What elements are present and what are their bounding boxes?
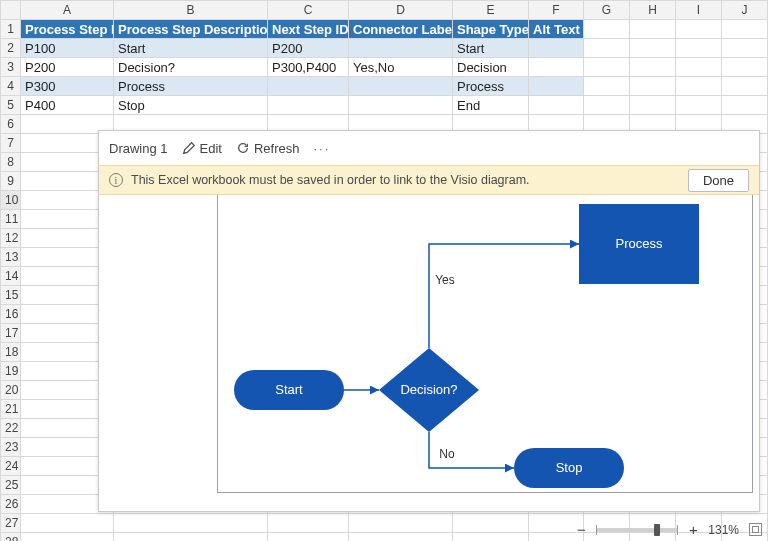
cell-C28[interactable] <box>268 533 349 542</box>
cell-E4[interactable]: Process <box>453 77 529 96</box>
cell-C3[interactable]: P300,P400 <box>268 58 349 77</box>
cell-I3[interactable] <box>676 58 722 77</box>
cell-G5[interactable] <box>584 96 630 115</box>
cell-H1[interactable] <box>630 20 676 39</box>
cell-D28[interactable] <box>349 533 453 542</box>
column-header-D[interactable]: D <box>349 1 453 20</box>
row-header-19[interactable]: 19 <box>1 362 21 381</box>
row-header-4[interactable]: 4 <box>1 77 21 96</box>
zoom-in-button[interactable]: + <box>688 522 698 537</box>
row-header-7[interactable]: 7 <box>1 134 21 153</box>
column-header-F[interactable]: F <box>529 1 584 20</box>
row-header-14[interactable]: 14 <box>1 267 21 286</box>
row-header-27[interactable]: 27 <box>1 514 21 533</box>
cell-E5[interactable]: End <box>453 96 529 115</box>
cell-J3[interactable] <box>722 58 768 77</box>
row-header-16[interactable]: 16 <box>1 305 21 324</box>
cell-F4[interactable] <box>529 77 584 96</box>
cell-B2[interactable]: Start <box>114 39 268 58</box>
row-header-13[interactable]: 13 <box>1 248 21 267</box>
row-header-17[interactable]: 17 <box>1 324 21 343</box>
cell-C27[interactable] <box>268 514 349 533</box>
cell-E27[interactable] <box>453 514 529 533</box>
zoom-slider-thumb[interactable] <box>654 524 660 536</box>
cell-D27[interactable] <box>349 514 453 533</box>
row-header-20[interactable]: 20 <box>1 381 21 400</box>
column-header-B[interactable]: B <box>114 1 268 20</box>
edit-button[interactable]: Edit <box>182 141 222 156</box>
cell-H4[interactable] <box>630 77 676 96</box>
cell-B4[interactable]: Process <box>114 77 268 96</box>
column-header-E[interactable]: E <box>453 1 529 20</box>
row-header-3[interactable]: 3 <box>1 58 21 77</box>
cell-C4[interactable] <box>268 77 349 96</box>
cell-D2[interactable] <box>349 39 453 58</box>
row-header-5[interactable]: 5 <box>1 96 21 115</box>
cell-I5[interactable] <box>676 96 722 115</box>
cell-A3[interactable]: P200 <box>21 58 114 77</box>
cell-F27[interactable] <box>529 514 584 533</box>
cell-F28[interactable] <box>529 533 584 542</box>
more-button[interactable]: ··· <box>313 141 330 156</box>
cell-J1[interactable] <box>722 20 768 39</box>
column-header-I[interactable]: I <box>676 1 722 20</box>
cell-D3[interactable]: Yes,No <box>349 58 453 77</box>
cell-F1[interactable]: Alt Text <box>529 20 584 39</box>
cell-G4[interactable] <box>584 77 630 96</box>
row-header-22[interactable]: 22 <box>1 419 21 438</box>
refresh-button[interactable]: Refresh <box>236 141 300 156</box>
cell-F2[interactable] <box>529 39 584 58</box>
column-header-C[interactable]: C <box>268 1 349 20</box>
column-header-J[interactable]: J <box>722 1 768 20</box>
row-header-23[interactable]: 23 <box>1 438 21 457</box>
row-header-2[interactable]: 2 <box>1 39 21 58</box>
zoom-slider[interactable] <box>596 528 678 532</box>
cell-D1[interactable]: Connector Label <box>349 20 453 39</box>
select-all-corner[interactable] <box>1 1 21 20</box>
row-header-6[interactable]: 6 <box>1 115 21 134</box>
cell-B1[interactable]: Process Step Description <box>114 20 268 39</box>
cell-J5[interactable] <box>722 96 768 115</box>
cell-E28[interactable] <box>453 533 529 542</box>
cell-F5[interactable] <box>529 96 584 115</box>
column-header-H[interactable]: H <box>630 1 676 20</box>
column-header-A[interactable]: A <box>21 1 114 20</box>
cell-G3[interactable] <box>584 58 630 77</box>
cell-G1[interactable] <box>584 20 630 39</box>
row-header-11[interactable]: 11 <box>1 210 21 229</box>
cell-B3[interactable]: Decision? <box>114 58 268 77</box>
cell-H2[interactable] <box>630 39 676 58</box>
row-header-10[interactable]: 10 <box>1 191 21 210</box>
cell-F3[interactable] <box>529 58 584 77</box>
done-button[interactable]: Done <box>688 169 749 192</box>
cell-A27[interactable] <box>21 514 114 533</box>
drawing-canvas[interactable]: StartDecision?ProcessStopYesNo <box>99 195 759 513</box>
row-header-12[interactable]: 12 <box>1 229 21 248</box>
zoom-fit-icon[interactable] <box>749 523 762 536</box>
cell-E2[interactable]: Start <box>453 39 529 58</box>
row-header-25[interactable]: 25 <box>1 476 21 495</box>
cell-E1[interactable]: Shape Type <box>453 20 529 39</box>
cell-D5[interactable] <box>349 96 453 115</box>
cell-C5[interactable] <box>268 96 349 115</box>
cell-D4[interactable] <box>349 77 453 96</box>
cell-C1[interactable]: Next Step ID <box>268 20 349 39</box>
cell-C2[interactable]: P200 <box>268 39 349 58</box>
cell-B27[interactable] <box>114 514 268 533</box>
cell-G2[interactable] <box>584 39 630 58</box>
cell-E3[interactable]: Decision <box>453 58 529 77</box>
row-header-15[interactable]: 15 <box>1 286 21 305</box>
cell-A28[interactable] <box>21 533 114 542</box>
cell-J4[interactable] <box>722 77 768 96</box>
cell-I1[interactable] <box>676 20 722 39</box>
row-header-18[interactable]: 18 <box>1 343 21 362</box>
row-header-24[interactable]: 24 <box>1 457 21 476</box>
cell-H5[interactable] <box>630 96 676 115</box>
cell-A4[interactable]: P300 <box>21 77 114 96</box>
zoom-out-button[interactable]: − <box>576 522 586 537</box>
row-header-1[interactable]: 1 <box>1 20 21 39</box>
column-header-G[interactable]: G <box>584 1 630 20</box>
row-header-21[interactable]: 21 <box>1 400 21 419</box>
cell-A5[interactable]: P400 <box>21 96 114 115</box>
cell-J2[interactable] <box>722 39 768 58</box>
